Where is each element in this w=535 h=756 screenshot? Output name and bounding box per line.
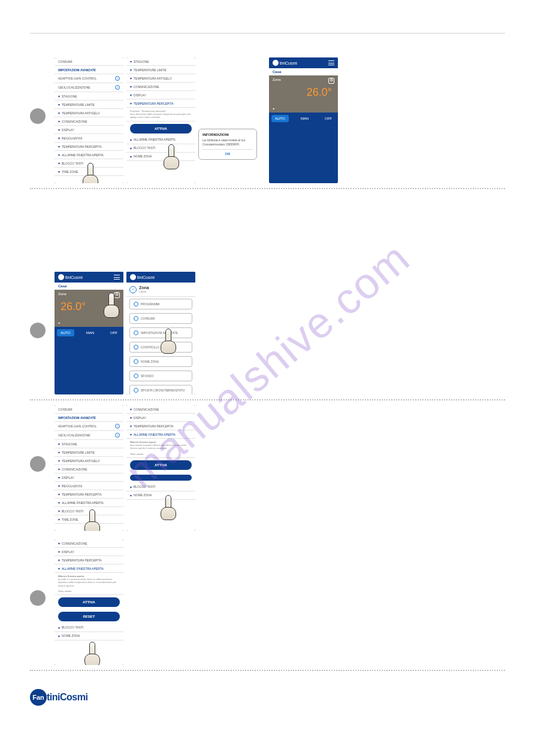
secondary-button[interactable] [130,475,192,481]
gear-icon[interactable] [114,292,120,298]
mode-auto-button[interactable]: AUTO [271,115,289,122]
list-item[interactable]: ▾REGOLAZIONI [55,482,123,490]
list-item[interactable]: ▾BLOCCO TASTI [55,159,123,168]
mode-man-button[interactable]: MAN [83,329,98,336]
list-item[interactable]: ▾TEMPERATURA PERCEPITA [55,490,123,499]
screen-1d: tiniCosmi Casa Zona 26.0° ● AUTO MAN OFF [269,57,338,183]
list-item[interactable]: ▾TEMPERATURE LIMITE [126,66,195,74]
list-item[interactable]: ▾ALLARME FINESTRA APERTA [126,136,195,144]
step-1-row: CONSUMI IMPOSTAZIONI AVANZATE ADAPTIVE G… [30,57,505,183]
list-item[interactable]: CONSUMI [55,57,123,66]
info-icon[interactable]: i [115,76,120,81]
list-item[interactable]: ▾TEMPERATURA PERCEPITA [55,142,123,151]
temperature-value: 26.0° [61,300,86,313]
list-item[interactable]: ADAPTIVE GAIN CONTROLi [55,422,123,431]
nav-item[interactable]: CONTROLLO [129,342,192,353]
list-item[interactable]: ▾NOME ZONA [126,153,195,161]
attiva-button[interactable]: ATTIVA [130,460,192,470]
zone-tile[interactable]: Zona 26.0° ● [55,290,123,327]
list-item[interactable]: ▾COMUNICAZIONE [55,465,123,473]
dialog-ok-button[interactable]: OK [202,149,253,156]
list-item-header[interactable]: IMPOSTAZIONI AVANZATE [55,66,123,74]
list-item[interactable]: ▾ALLARME FINESTRA APERTA [55,151,123,159]
list-item[interactable]: CONSUMI [55,405,123,414]
list-item[interactable]: ▾NOME ZONA [55,632,123,640]
list-item[interactable]: ▾TEMPERATURA PERCEPITA [55,556,123,564]
brand-text: tiniCosmi [280,61,297,65]
list-item[interactable]: GEOLOCALIZZAZIONEi [55,431,123,440]
mode-man-button[interactable]: MAN [297,115,312,122]
list-item[interactable]: ▾BLOCCO TASTI [126,144,195,153]
list-item[interactable]: ▾TEMPERATURA PERCEPITA [126,422,195,430]
list-item[interactable]: ▾TEMPERATURE LIMITE [55,101,123,109]
list-item[interactable]: ▾DISPLAY [126,414,195,422]
list-item-header[interactable]: IMPOSTAZIONI AVANZATE [55,414,123,422]
list-item[interactable]: ▾STAGIONE [55,92,123,101]
info-icon[interactable]: i [115,424,120,429]
logo-circle-icon: Fan [30,689,47,706]
nav-item[interactable]: CONSUMI [129,313,192,324]
chevron-down-icon: ▾ [58,492,60,496]
mode-off-button[interactable]: OFF [107,329,121,336]
nav-item[interactable]: IMPOSTAZIONI AVANZATE [129,327,192,338]
list-item[interactable]: ▾TIME ZONE [55,515,123,524]
list-item[interactable]: ▾BLOCCO TASTI [55,624,123,632]
hamburger-icon[interactable] [114,275,120,280]
attiva-button[interactable]: ATTIVA [130,124,192,133]
hamburger-icon[interactable] [328,60,334,65]
zone-name: Zona [273,78,281,81]
list-item[interactable]: ▾TEMPERATURA ANTIGELO [55,109,123,117]
list-item-expanded[interactable]: ▾TEMPERATURA PERCEPITA [126,99,195,108]
attiva-button[interactable]: ATTIVA [58,597,120,607]
list-item[interactable]: ▾NOME ZONA [126,491,195,500]
list-item[interactable]: ▾TIME ZONE [55,168,123,176]
app-header: tiniCosmi [55,272,123,283]
reset-button[interactable]: RESET [58,612,120,621]
mode-off-button[interactable]: OFF [321,115,335,122]
list-item[interactable]: ADAPTIVE GAIN CONTROLi [55,74,123,83]
list-item[interactable]: ▾DISPLAY [55,548,123,556]
step-marker [30,590,46,606]
list-item[interactable]: ▾ALLARME FINESTRA APERTA [55,499,123,507]
list-item[interactable]: ▾BLOCCO TASTI [126,483,195,491]
list-item[interactable]: ▾COMUNICAZIONE [126,405,195,414]
footer-brand-text: tiniCosmi [47,692,87,703]
chevron-down-icon: ▾ [58,558,60,562]
list-item[interactable]: ▾TEMPERATURA ANTIGELO [55,457,123,465]
list-item[interactable]: ▾STAGIONE [55,440,123,448]
list-item[interactable]: ▾DISPLAY [55,126,123,134]
list-item[interactable]: ▾BLOCCO TASTI [55,507,123,515]
list-item[interactable]: ▾COMUNICAZIONE [55,117,123,126]
gear-icon[interactable] [328,78,334,84]
list-item[interactable]: ▾DISPLAY [126,91,195,99]
zone-tile[interactable]: Zona 26.0° ● [269,75,338,113]
list-item-expanded[interactable]: ▾ALLARME FINESTRA APERTA [126,430,195,439]
list-item[interactable]: ▾DISPLAY [55,473,123,482]
list-item[interactable]: ▾TEMPERATURA ANTIGELO [126,74,195,83]
chevron-down-icon: ▾ [58,153,60,157]
nav-item[interactable]: SPOSTA CRONOTERMOSTATO [129,385,192,394]
separator [30,188,505,189]
nav-item[interactable]: PROGRAMMI [129,299,192,309]
list-item[interactable]: ▾STAGIONE [126,57,195,66]
chevron-down-icon: ▾ [130,407,132,411]
info-icon[interactable]: i [115,85,120,90]
app-header: tiniCosmi [126,272,195,283]
chevron-down-icon: ▾ [130,138,132,142]
list-item[interactable]: GEOLOCALIZZAZIONEi [55,83,123,92]
logo-icon [273,60,279,66]
list-item-expanded[interactable]: ▾ALLARME FINESTRA APERTA [55,564,123,573]
list-item[interactable]: ▾COMUNICAZIONE [55,539,123,548]
info-icon[interactable]: i [115,433,120,438]
list-item[interactable]: ▾TEMPERATURE LIMITE [55,448,123,457]
nav-item[interactable]: NOME ZONA [129,356,192,367]
list-item[interactable]: ▾COMUNICAZIONE [126,83,195,91]
back-icon[interactable]: ‹ [129,286,137,293]
list-item[interactable]: ▾REGOLAZIONI [55,134,123,142]
logo-icon [58,274,64,280]
separator [30,399,505,400]
mode-auto-button[interactable]: AUTO [57,329,74,336]
nav-item[interactable]: SFONDO [129,371,192,381]
chevron-down-icon: ▾ [58,626,60,630]
top-rule [30,33,505,34]
